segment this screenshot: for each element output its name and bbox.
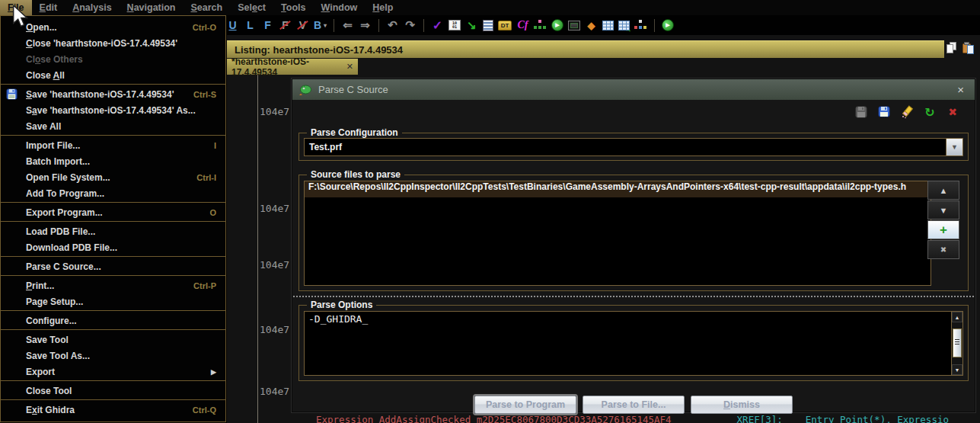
function-letter-icon[interactable]: F: [261, 18, 274, 32]
source-files-list[interactable]: F:\Source\Repos\Il2CppInspector\Il2CppTe…: [304, 181, 931, 286]
parse-to-program-button[interactable]: Parse to Program: [474, 396, 576, 414]
group-label: Parse Configuration: [307, 127, 402, 138]
parse-to-file-button[interactable]: Parse to File...: [583, 396, 685, 414]
menu-item-export-program[interactable]: Export Program...O: [1, 204, 225, 220]
memory-chip-icon[interactable]: [568, 21, 580, 30]
paste-icon[interactable]: [961, 41, 975, 55]
bookmark-letter-icon[interactable]: B: [314, 18, 327, 32]
menubar-item-search[interactable]: Search: [184, 0, 231, 15]
diamond-icon[interactable]: ◆: [585, 18, 598, 32]
menu-item-close-others[interactable]: Close Others: [1, 51, 225, 67]
ghidra-codebrowser-window: FileEditAnalysisNavigationSearchSelectTo…: [0, 0, 980, 423]
parse-options-textarea[interactable]: -D_GHIDRA_ ▲ ▼: [304, 311, 963, 376]
combobox-dropdown-icon[interactable]: ▼: [946, 139, 962, 155]
menu-item-open[interactable]: Open...Ctrl-O: [1, 19, 225, 35]
options-scrollbar[interactable]: ▲ ▼: [951, 312, 962, 375]
menu-item-save-hearthstone-ios-17-4-49534-as[interactable]: Save 'hearthstone-iOS-17.4.49534' As...: [1, 102, 225, 118]
bookmarks-film-icon[interactable]: [483, 20, 493, 31]
save-profile-as-icon[interactable]: [877, 105, 891, 119]
tab-hearthstone-listing[interactable]: *hearthstone-iOS-17.4.49534 ✕: [227, 59, 358, 75]
menu-item-shortcut: Ctrl-Q: [193, 405, 216, 415]
menubar-item-help[interactable]: Help: [365, 0, 401, 15]
remove-file-button[interactable]: ✖: [927, 240, 959, 259]
menu-item-label: Export: [26, 367, 202, 377]
toolbar-separator: [423, 19, 424, 32]
menubar-item-navigation[interactable]: Navigation: [120, 0, 184, 15]
menu-item-label: Parse C Source...: [26, 261, 216, 272]
menu-item-load-pdb-file[interactable]: Load PDB File...: [1, 223, 225, 239]
menubar-item-analysis[interactable]: Analysis: [65, 0, 119, 15]
menu-item-label: Close Others: [26, 54, 216, 65]
menu-item-label: Save Tool: [26, 335, 216, 345]
listing-address: 104e7: [260, 324, 289, 335]
refresh-icon[interactable]: ↻: [923, 105, 937, 119]
menu-item-label: Save 'hearthstone-iOS-17.4.49534': [26, 89, 184, 100]
table-export-icon[interactable]: [618, 21, 630, 30]
menu-item-save-tool[interactable]: Save Tool: [1, 332, 225, 348]
menu-item-configure[interactable]: Configure...: [1, 312, 225, 328]
parse-c-source-dialog: Parse C Source × ↻ ✖ Parse Configuration…: [292, 79, 975, 412]
c-function-icon[interactable]: Cf: [516, 18, 529, 32]
undo-icon[interactable]: ↶: [386, 18, 399, 32]
add-file-button[interactable]: +: [927, 220, 959, 239]
menubar-item-edit[interactable]: Edit: [32, 0, 65, 15]
scroll-down-icon[interactable]: ▼: [952, 364, 962, 375]
tab-close-icon[interactable]: ✕: [346, 62, 353, 72]
menu-item-download-pdb-file[interactable]: Download PDB File...: [1, 239, 225, 255]
scroll-up-icon[interactable]: ▲: [952, 312, 962, 322]
redo-icon[interactable]: ↷: [404, 18, 417, 32]
clear-variable-icon[interactable]: V: [296, 18, 309, 32]
menubar: FileEditAnalysisNavigationSearchSelectTo…: [0, 0, 980, 15]
move-down-button[interactable]: ▼: [927, 200, 959, 220]
nav-forward-icon[interactable]: ⇒: [359, 18, 372, 32]
save-profile-icon[interactable]: [854, 105, 868, 119]
dismiss-button[interactable]: Dismiss: [691, 396, 793, 414]
menu-item-page-setup[interactable]: Page Setup...: [1, 293, 225, 309]
clear-function-icon[interactable]: F: [279, 18, 292, 32]
menu-item-label: Import File...: [26, 140, 205, 151]
menu-item-save-hearthstone-ios-17-4-49534[interactable]: Save 'hearthstone-iOS-17.4.49534'Ctrl-S: [1, 86, 225, 102]
mouse-cursor: [11, 5, 28, 31]
menu-item-close-hearthstone-ios-17-4-49534[interactable]: Close 'hearthstone-iOS-17.4.49534': [1, 35, 225, 51]
nav-back-icon[interactable]: ⇐: [341, 18, 354, 32]
menu-item-import-file[interactable]: Import File...I: [1, 137, 225, 153]
menu-item-exit-ghidra[interactable]: Exit GhidraCtrl-Q: [1, 402, 225, 418]
byte-viewer-icon[interactable]: 10 01: [449, 20, 461, 30]
scrollbar-thumb[interactable]: [953, 328, 962, 357]
program-tree-icon[interactable]: [534, 18, 547, 32]
menu-item-export[interactable]: Export▶: [1, 364, 225, 380]
datatype-manager-icon[interactable]: DT: [498, 21, 512, 30]
parse-configuration-combobox[interactable]: Test.prf ▼: [304, 138, 963, 156]
menu-item-close-all[interactable]: Close All: [1, 67, 225, 83]
listing-address: 104e7: [260, 203, 289, 214]
delete-profile-icon[interactable]: ✖: [946, 105, 959, 119]
menu-item-save-all[interactable]: Save All: [1, 118, 225, 134]
symbol-tree-icon[interactable]: [634, 18, 647, 32]
auto-analyze-check-icon[interactable]: ✓: [431, 18, 444, 32]
move-up-button[interactable]: ▲: [927, 181, 959, 200]
clear-profile-eraser-icon[interactable]: [900, 105, 914, 119]
source-file-item[interactable]: F:\Source\Repos\Il2CppInspector\Il2CppTe…: [305, 181, 931, 197]
toolbar-separator: [378, 19, 379, 32]
listing-address: 104e7: [260, 106, 289, 117]
menu-item-save-tool-as[interactable]: Save Tool As...: [1, 348, 225, 364]
menu-item-open-file-system[interactable]: Open File System...Ctrl-I: [1, 169, 225, 185]
table-view-icon[interactable]: [602, 21, 614, 30]
copy-icon[interactable]: [944, 41, 958, 55]
run-icon[interactable]: ▶: [551, 19, 563, 31]
menubar-item-window[interactable]: Window: [313, 0, 365, 15]
dialog-close-icon[interactable]: ×: [953, 83, 969, 96]
splitter-handle[interactable]: [292, 295, 975, 299]
menu-item-shortcut: I: [214, 141, 216, 150]
menu-item-parse-c-source[interactable]: Parse C Source...: [1, 258, 225, 274]
underline-letter-icon[interactable]: U: [226, 18, 239, 32]
label-letter-icon[interactable]: L: [244, 18, 257, 32]
menubar-item-select[interactable]: Select: [230, 0, 273, 15]
menu-item-print[interactable]: Print...Ctrl-P: [1, 277, 225, 293]
run-script-icon[interactable]: ▶: [662, 19, 674, 31]
menu-item-add-to-program[interactable]: Add To Program...: [1, 185, 225, 201]
menubar-item-tools[interactable]: Tools: [273, 0, 313, 15]
menu-item-close-tool[interactable]: Close Tool: [1, 383, 225, 399]
import-arrow-icon[interactable]: ↘: [465, 18, 478, 32]
menu-item-batch-import[interactable]: Batch Import...: [1, 153, 225, 169]
